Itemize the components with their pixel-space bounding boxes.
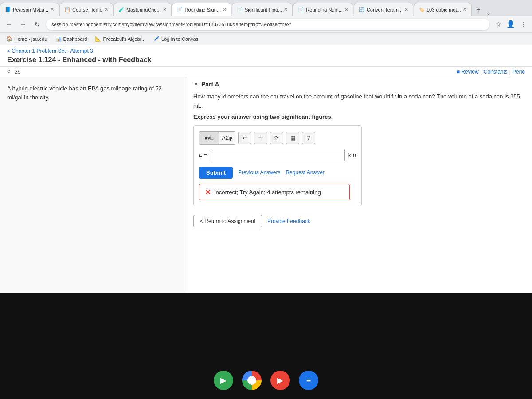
review-sep1: | — [481, 69, 482, 75]
tab-menu-button[interactable]: ⌄ — [486, 10, 491, 16]
bottom-buttons: < Return to Assignment Provide Feedback — [193, 215, 525, 227]
error-box: ✕ Incorrect; Try Again; 4 attempts remai… — [199, 184, 350, 200]
question-text: How many kilometers can the car travel o… — [193, 92, 525, 111]
main-layout: A hybrid electric vehicle has an EPA gas… — [0, 77, 532, 293]
refresh-button[interactable]: ⟳ — [270, 132, 283, 144]
tab-close-rnum[interactable]: ✕ — [344, 7, 348, 12]
math-toolbar-group: ■√□ ΑΣφ — [199, 131, 235, 145]
tab-close-pearson[interactable]: ✕ — [50, 7, 54, 12]
answer-box: ■√□ ΑΣφ ↩ ↪ ⟳ ▤ ? L = km — [193, 125, 362, 206]
address-bar: ← → ↻ ☆ 👤 ⋮ — [0, 16, 532, 33]
profile-icon[interactable]: 👤 — [505, 19, 516, 30]
undo-button[interactable]: ↩ — [238, 132, 251, 144]
tab-significant[interactable]: 📄 Significant Figu... ✕ — [232, 3, 293, 16]
problem-text: A hybrid electric vehicle has an EPA gas… — [7, 84, 179, 102]
keyboard-button[interactable]: ▤ — [286, 132, 299, 144]
previous-answers-link[interactable]: Previous Answers — [238, 169, 280, 176]
page-header: < Chapter 1 Problem Set - Attempt 3 Exer… — [0, 45, 532, 67]
request-answer-link[interactable]: Request Answer — [286, 169, 324, 176]
tab-icon-rounding: 📄 — [177, 7, 183, 13]
chrome-icon[interactable] — [242, 371, 262, 390]
action-buttons-row: Submit Previous Answers Request Answer — [199, 167, 356, 179]
help-button[interactable]: ? — [302, 132, 315, 144]
tab-close-significant[interactable]: ✕ — [284, 7, 288, 12]
constants-link[interactable]: Constants — [484, 69, 508, 75]
exercise-title: Exercise 1.124 - Enhanced - with Feedbac… — [7, 56, 525, 64]
canvas-bookmark-icon: 🖊️ — [153, 36, 160, 42]
forward-button[interactable]: → — [18, 19, 28, 30]
home-bookmark-icon: 🏠 — [6, 36, 12, 42]
taskbar: ▶ ▶ ≡ — [0, 293, 532, 399]
menu-dots-icon[interactable]: ⋮ — [518, 19, 528, 30]
bookmark-dashboard[interactable]: 📊 Dashboard — [53, 35, 90, 43]
tab-close-rounding[interactable]: ✕ — [223, 7, 227, 12]
precalc-bookmark-icon: 📐 — [95, 36, 101, 42]
back-button[interactable]: ← — [4, 19, 14, 30]
tab-icon-cubic: 🏷️ — [419, 7, 425, 13]
tab-icon-significant: 📄 — [237, 7, 243, 13]
math-button[interactable]: ■√□ — [200, 132, 219, 144]
redo-button[interactable]: ↪ — [254, 132, 267, 144]
tab-icon-mastering: 🧪 — [118, 7, 125, 13]
review-sep2: | — [509, 69, 511, 75]
refresh-button[interactable]: ↻ — [32, 19, 43, 30]
tab-rounding-sign[interactable]: 📄 Rounding Sign... ✕ — [172, 3, 231, 16]
apps-icon[interactable]: ≡ — [299, 371, 318, 390]
tab-course-home[interactable]: 📋 Course Home ✕ — [59, 3, 113, 16]
bookmark-star-icon[interactable]: ☆ — [493, 19, 504, 30]
answer-input[interactable] — [211, 149, 344, 161]
problem-sidebar: A hybrid electric vehicle has an EPA gas… — [0, 77, 186, 293]
return-to-assignment-button[interactable]: < Return to Assignment — [193, 215, 262, 227]
tab-icon-pearson: 📘 — [5, 7, 11, 13]
tab-close-mastering[interactable]: ✕ — [163, 7, 167, 12]
review-icon: ■ — [457, 69, 462, 75]
bookmarks-bar: 🏠 Home - jsu.edu 📊 Dashboard 📐 Precalcul… — [0, 33, 532, 45]
dashboard-bookmark-icon: 📊 — [55, 36, 62, 42]
greek-button[interactable]: ΑΣφ — [219, 132, 235, 144]
question-instruction: Express your answer using two significan… — [193, 113, 525, 120]
tab-bar: 📘 Pearson MyLa... ✕ 📋 Course Home ✕ 🧪 Ma… — [0, 0, 532, 16]
tab-rounding-num[interactable]: 📄 Rounding Num... ✕ — [293, 3, 353, 16]
periodic-link[interactable]: Perio — [512, 69, 525, 75]
tab-close-convert[interactable]: ✕ — [404, 7, 408, 12]
taskbar-icons: ▶ ▶ ≡ — [214, 371, 318, 390]
youtube-icon[interactable]: ▶ — [270, 371, 290, 390]
provide-feedback-link[interactable]: Provide Feedback — [267, 218, 310, 224]
tab-close-course[interactable]: ✕ — [104, 7, 108, 12]
unit-label: km — [348, 152, 356, 158]
tab-icon-rnum: 📄 — [298, 7, 304, 13]
tab-convert[interactable]: 🔄 Convert Teram... ✕ — [354, 3, 413, 16]
tab-mastering[interactable]: 🧪 MasteringChe... ✕ — [113, 3, 172, 16]
play-store-icon[interactable]: ▶ — [214, 371, 233, 390]
new-tab-button[interactable]: + — [472, 4, 485, 16]
tab-cubic[interactable]: 🏷️ 103 cubic met... ✕ — [414, 3, 472, 16]
right-content: ▼ Part A How many kilometers can the car… — [186, 77, 532, 293]
part-title: Part A — [201, 81, 219, 88]
tab-close-cubic[interactable]: ✕ — [463, 7, 467, 12]
input-label: L = — [199, 152, 207, 158]
page-content: < Chapter 1 Problem Set - Attempt 3 Exer… — [0, 45, 532, 293]
review-link[interactable]: ■ Review — [457, 69, 479, 75]
bookmark-precalc[interactable]: 📐 Precalcul's Algebr... — [92, 35, 148, 43]
submit-button[interactable]: Submit — [199, 167, 233, 179]
tab-icon-course: 📋 — [64, 7, 70, 13]
bookmark-canvas[interactable]: 🖊️ Log In to Canvas — [151, 35, 201, 43]
tab-pearsons[interactable]: 📘 Pearson MyLa... ✕ — [0, 3, 59, 16]
answer-toolbar: ■√□ ΑΣφ ↩ ↪ ⟳ ▤ ? — [199, 131, 356, 145]
page-number-display: < 29 — [7, 69, 20, 75]
error-icon: ✕ — [205, 188, 211, 196]
bookmark-home[interactable]: 🏠 Home - jsu.edu — [4, 35, 50, 43]
error-message: Incorrect; Try Again; 4 attempts remaini… — [214, 189, 321, 196]
breadcrumb[interactable]: < Chapter 1 Problem Set - Attempt 3 — [7, 48, 525, 54]
part-header: ▼ Part A — [193, 81, 525, 88]
tab-icon-convert: 🔄 — [359, 7, 365, 13]
input-row: L = km — [199, 149, 356, 161]
address-input[interactable] — [46, 19, 489, 30]
part-arrow-icon[interactable]: ▼ — [193, 81, 199, 87]
